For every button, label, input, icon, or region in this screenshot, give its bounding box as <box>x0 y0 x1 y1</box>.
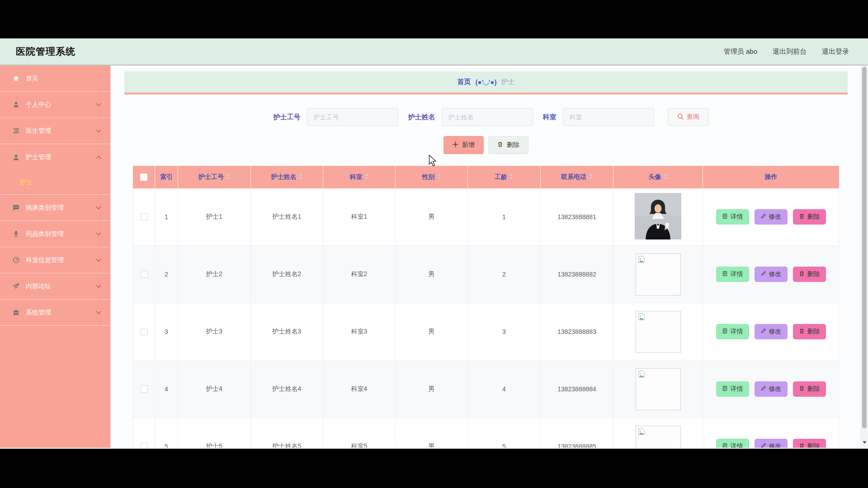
sidebar-item-bed-category-mgmt[interactable]: 病床类别管理 <box>0 195 110 221</box>
column-header-avatar[interactable]: 头像 <box>613 166 703 188</box>
sidebar-item-internal-forum[interactable]: 内部论坛 <box>0 273 110 300</box>
row-delete-button[interactable]: 删除 <box>793 209 826 225</box>
column-header-name[interactable]: 护士姓名 <box>251 166 323 188</box>
column-header-years[interactable]: 工龄 <box>468 166 541 188</box>
cell-job_no: 护士3 <box>178 303 251 360</box>
top-header: 医院管理系统 管理员 abo 退出到前台 退出登录 <box>0 38 868 66</box>
row-delete-button[interactable]: 删除 <box>793 267 826 282</box>
row-delete-button[interactable]: 删除 <box>793 439 826 448</box>
add-button[interactable]: 新增 <box>443 136 484 154</box>
cell-dept: 科室4 <box>323 361 396 418</box>
row-detail-button[interactable]: 详情 <box>716 439 749 448</box>
row-edit-button[interactable]: 修改 <box>755 267 788 282</box>
cell-phone: 13823888885 <box>541 418 613 448</box>
sidebar-item-label: 科室信息管理 <box>26 256 96 264</box>
sort-caret-icon[interactable] <box>299 173 303 181</box>
cell-avatar <box>613 188 703 245</box>
row-detail-button[interactable]: 详情 <box>716 381 749 397</box>
scrollbar-down-arrow[interactable] <box>862 438 867 446</box>
cell-avatar <box>613 246 703 303</box>
row-detail-button[interactable]: 详情 <box>716 209 749 225</box>
cell-actions: 详情修改删除 <box>703 361 839 418</box>
chat-icon <box>12 204 20 212</box>
sidebar-item-home[interactable]: 首页 <box>0 66 110 92</box>
column-header-select[interactable] <box>133 166 155 188</box>
row-checkbox[interactable] <box>141 271 148 278</box>
sidebar-item-label: 护士管理 <box>26 153 96 161</box>
cell-phone: 13823888882 <box>541 246 613 303</box>
cell-phone: 13823888883 <box>541 303 613 360</box>
sidebar-item-drug-category-mgmt[interactable]: 药品类别管理 <box>0 221 110 247</box>
sort-caret-icon[interactable] <box>589 173 593 181</box>
column-header-gender[interactable]: 性别 <box>396 166 468 188</box>
table-header-row: 索引护士工号护士姓名科室性别工龄联系电话头像操作 <box>133 166 839 188</box>
cell-years: 1 <box>468 188 541 245</box>
query-button[interactable]: 查询 <box>668 108 709 126</box>
current-user[interactable]: 管理员 abo <box>724 47 757 56</box>
row-checkbox[interactable] <box>141 328 148 335</box>
logout-link[interactable]: 退出登录 <box>822 47 849 56</box>
column-header-phone[interactable]: 联系电话 <box>541 166 613 188</box>
sort-caret-icon[interactable] <box>437 173 441 181</box>
row-delete-button[interactable]: 删除 <box>793 324 826 339</box>
sort-caret-icon[interactable] <box>509 173 514 181</box>
app-title: 医院管理系统 <box>16 45 75 58</box>
column-header-label: 护士姓名 <box>271 173 297 181</box>
cell-gender: 男 <box>396 246 468 303</box>
row-detail-button[interactable]: 详情 <box>716 324 749 339</box>
sidebar-item-system-mgmt[interactable]: 系统管理 <box>0 300 110 326</box>
header-right: 管理员 abo 退出到前台 退出登录 <box>724 47 849 56</box>
column-header-dept[interactable]: 科室 <box>323 166 396 188</box>
cell-gender: 男 <box>396 361 468 418</box>
row-checkbox[interactable] <box>141 385 148 393</box>
cell-job_no: 护士2 <box>178 246 251 303</box>
pen-icon <box>760 213 766 221</box>
cell-gender: 男 <box>396 418 468 448</box>
vertical-scrollbar[interactable] <box>861 66 868 448</box>
row-checkbox[interactable] <box>141 213 148 221</box>
cell-select <box>133 246 155 303</box>
delete-button[interactable]: 删除 <box>488 136 528 154</box>
row-detail-button[interactable]: 详情 <box>716 267 749 282</box>
sidebar-item-profile-center[interactable]: 个人中心 <box>0 92 110 118</box>
scrollbar-thumb[interactable] <box>862 67 867 428</box>
action-label: 删除 <box>807 385 820 393</box>
chevron-down-icon <box>96 285 101 288</box>
breadcrumb-home-link[interactable]: 首页 <box>458 78 471 86</box>
sidebar-item-doctor-mgmt[interactable]: 医生管理 <box>0 118 110 144</box>
cell-dept: 科室5 <box>323 418 396 448</box>
cell-name: 护士姓名4 <box>251 361 323 418</box>
column-header-label: 联系电话 <box>561 173 586 181</box>
chevron-down-icon <box>96 311 101 314</box>
home-icon <box>12 75 20 83</box>
row-edit-button[interactable]: 修改 <box>755 209 788 225</box>
exit-to-front-link[interactable]: 退出到前台 <box>773 47 807 56</box>
table-row: 5护士5护士姓名5科室5男513823888885详情修改删除 <box>133 418 839 448</box>
row-edit-button[interactable]: 修改 <box>755 324 788 339</box>
sidebar-subitem-nurse[interactable]: 护士 <box>0 170 110 195</box>
broken-image-placeholder <box>636 311 681 353</box>
sidebar-item-dept-info-mgmt[interactable]: 科室信息管理 <box>0 247 110 273</box>
broken-image-placeholder <box>636 253 681 296</box>
cell-select <box>133 418 155 448</box>
action-label: 修改 <box>769 442 782 448</box>
search-input-name[interactable] <box>442 108 533 126</box>
column-header-actions: 操作 <box>703 166 839 188</box>
select-all-checkbox[interactable] <box>140 174 147 181</box>
sort-caret-icon[interactable] <box>664 173 668 181</box>
sort-caret-icon[interactable] <box>365 173 369 181</box>
row-checkbox[interactable] <box>141 443 148 448</box>
cell-index: 5 <box>155 418 178 448</box>
query-button-label: 查询 <box>687 113 699 121</box>
breadcrumb-separator: (●'◡'●) <box>476 78 497 86</box>
column-header-job-no[interactable]: 护士工号 <box>178 166 251 188</box>
broken-image-icon <box>637 255 646 265</box>
sidebar-item-nurse-mgmt[interactable]: 护士管理 <box>0 144 110 170</box>
sort-caret-icon[interactable] <box>226 173 230 181</box>
search-input-dept[interactable] <box>563 108 654 126</box>
row-edit-button[interactable]: 修改 <box>755 439 788 448</box>
row-edit-button[interactable]: 修改 <box>755 381 788 397</box>
row-delete-button[interactable]: 删除 <box>793 381 826 397</box>
chevron-down-icon <box>96 258 101 262</box>
search-input-job-no[interactable] <box>307 108 398 126</box>
